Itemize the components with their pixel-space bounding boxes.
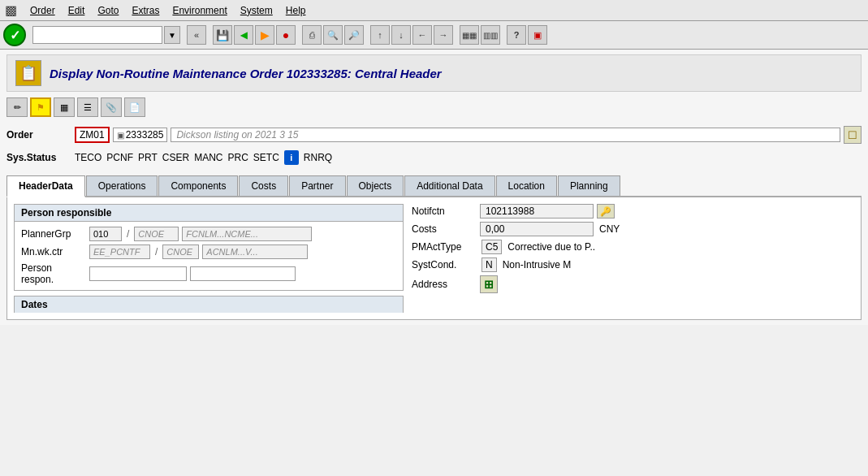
- title-icon: 📋: [15, 60, 41, 86]
- order-number-field[interactable]: ▣ 2333285: [113, 128, 168, 142]
- content-columns: Person responsible PlannerGrp / Mn.: [14, 204, 854, 313]
- forward-icon: ▶: [261, 28, 270, 41]
- person-respon-label: Person respon.: [21, 262, 86, 285]
- order-detail-icon: ☐: [848, 129, 857, 141]
- address-label: Address: [412, 279, 477, 290]
- order-row: Order ZM01 ▣ 2333285 Dickson listing on …: [6, 124, 862, 145]
- status-prt: PRT: [138, 152, 158, 163]
- order-type-field[interactable]: ZM01: [75, 127, 110, 143]
- tab-objects-label: Objects: [359, 180, 392, 192]
- tab-additional-data[interactable]: Additional Data: [404, 175, 494, 196]
- tab-operations-label: Operations: [98, 180, 146, 192]
- planner-desc-input: [182, 227, 312, 241]
- address-add-icon: ⊞: [484, 278, 494, 291]
- planner-grp-row: PlannerGrp /: [21, 227, 396, 241]
- costs-row: Costs 0,00 CNY: [412, 222, 854, 236]
- dropdown-button[interactable]: ▼: [164, 26, 180, 44]
- nav-left-button[interactable]: ←: [412, 25, 432, 45]
- costs-label: Costs: [412, 223, 477, 235]
- tab-components-label: Components: [171, 180, 226, 192]
- monitor-icon: ▣: [533, 30, 542, 41]
- status-teco: TECO: [75, 152, 101, 163]
- mn-wk-ctr-desc: [202, 244, 308, 259]
- address-add-button[interactable]: ⊞: [480, 275, 498, 293]
- forward-button[interactable]: ▶: [255, 25, 274, 45]
- person-respon-input[interactable]: [89, 266, 187, 281]
- back-button[interactable]: ◀: [234, 25, 253, 45]
- nav-down-button[interactable]: ↓: [391, 25, 411, 45]
- page-title: Display Non-Routine Maintenance Order 10…: [50, 67, 442, 80]
- tab-headerdata[interactable]: HeaderData: [6, 175, 85, 197]
- tabs-container: HeaderData Operations Components Costs P…: [6, 175, 862, 197]
- info-button[interactable]: i: [284, 150, 299, 165]
- person-respon-input2[interactable]: [190, 266, 296, 281]
- copy-button[interactable]: ▦: [54, 97, 75, 117]
- highlight-button[interactable]: ⚑: [30, 97, 51, 117]
- graph-button[interactable]: 📄: [124, 97, 145, 117]
- key-icon: 🔑: [600, 206, 611, 217]
- stop-button[interactable]: ●: [276, 25, 296, 45]
- tab-partner[interactable]: Partner: [289, 175, 345, 196]
- tab-objects[interactable]: Objects: [347, 175, 404, 196]
- person-responsible-section: Person responsible PlannerGrp / Mn.: [14, 204, 404, 291]
- list-button[interactable]: ☰: [77, 97, 98, 117]
- status-cser: CSER: [162, 152, 189, 163]
- menu-help[interactable]: Help: [279, 3, 313, 18]
- graph-icon: 📄: [129, 102, 140, 113]
- systcond-desc: Non-Intrusive M: [503, 259, 572, 270]
- tab-costs-label: Costs: [251, 180, 276, 192]
- nav-right-button[interactable]: →: [434, 25, 453, 45]
- nav-left-icon: ←: [418, 30, 427, 40]
- planner-code-input[interactable]: [134, 227, 179, 241]
- print-button[interactable]: ⎙: [302, 25, 322, 45]
- menu-system[interactable]: System: [234, 3, 279, 18]
- help-button[interactable]: ?: [507, 25, 526, 45]
- screen2-button[interactable]: ▥▥: [481, 25, 500, 45]
- find-next-button[interactable]: 🔎: [344, 25, 364, 45]
- find-button[interactable]: 🔍: [323, 25, 343, 45]
- confirm-button[interactable]: ✓: [3, 24, 26, 46]
- save-button[interactable]: 💾: [213, 25, 232, 45]
- planner-grp-input[interactable]: [89, 227, 122, 241]
- tab-operations[interactable]: Operations: [86, 175, 158, 196]
- menu-environment[interactable]: Environment: [166, 3, 233, 18]
- order-description-field: Dickson listing on 2021 3 15: [171, 128, 840, 142]
- info-icon: i: [290, 153, 292, 162]
- systcond-row: SystCond. N Non-Intrusive M: [412, 257, 854, 272]
- nav-down-icon: ↓: [399, 30, 404, 40]
- command-input[interactable]: [32, 26, 162, 44]
- notifctn-key-button[interactable]: 🔑: [597, 204, 615, 219]
- double-chevron-icon: «: [194, 30, 199, 40]
- attach-button[interactable]: 📎: [101, 97, 122, 117]
- edit-button[interactable]: ✏: [6, 97, 28, 117]
- status-rnrq: RNRQ: [304, 152, 332, 163]
- monitor-button[interactable]: ▣: [528, 25, 547, 45]
- menu-extras[interactable]: Extras: [125, 3, 166, 18]
- costs-value: 0,00: [480, 222, 594, 236]
- notifctn-row: Notifctn 102113988 🔑: [412, 204, 854, 219]
- sys-status-label: Sys.Status: [6, 152, 71, 163]
- tab-content-headerdata: Person responsible PlannerGrp / Mn.: [6, 197, 862, 320]
- double-chevron-button[interactable]: «: [187, 25, 206, 45]
- menu-edit[interactable]: Edit: [62, 3, 92, 18]
- pmacttype-row: PMActType C5 Corrective due to P..: [412, 240, 854, 254]
- menu-order[interactable]: Order: [24, 3, 62, 18]
- tab-location[interactable]: Location: [496, 175, 557, 196]
- tab-planning[interactable]: Planning: [558, 175, 620, 196]
- order-detail-button[interactable]: ☐: [844, 126, 862, 144]
- dropdown-arrow-icon: ▼: [168, 31, 176, 40]
- tab-costs[interactable]: Costs: [239, 175, 288, 196]
- order-label: Order: [6, 129, 71, 141]
- pmacttype-label: PMActType: [412, 241, 477, 253]
- nav-up-button[interactable]: ↑: [370, 25, 390, 45]
- tab-components[interactable]: Components: [158, 175, 238, 196]
- find-icon: 🔍: [327, 30, 339, 41]
- screen1-button[interactable]: ▦▦: [460, 25, 479, 45]
- menu-goto[interactable]: Goto: [91, 3, 125, 18]
- tab-planning-label: Planning: [570, 180, 608, 192]
- print-icon: ⎙: [309, 30, 315, 40]
- copy-icon: ▦: [60, 102, 68, 113]
- mn-wk-ctr-input2[interactable]: [162, 244, 199, 259]
- mn-wk-ctr-input1[interactable]: [89, 244, 150, 259]
- main-content: 📋 Display Non-Routine Maintenance Order …: [0, 50, 868, 325]
